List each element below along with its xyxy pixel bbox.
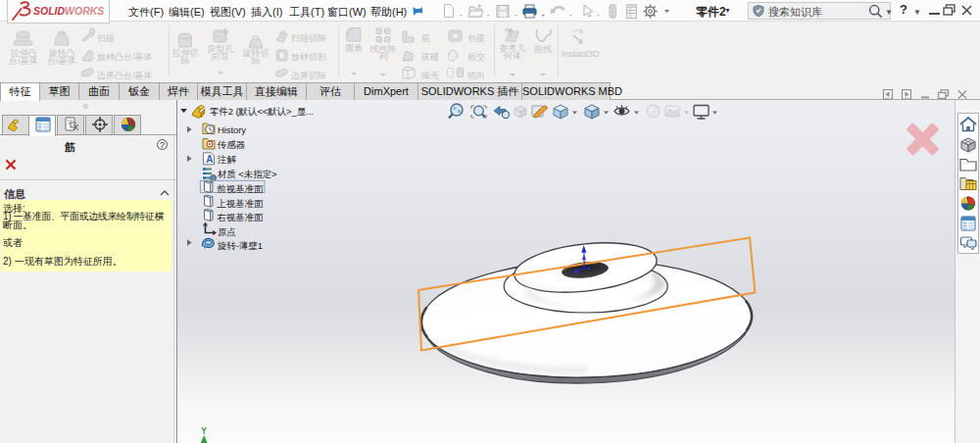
svg-text:A: A [206, 154, 213, 165]
svg-text:SOLIDWORKS: SOLIDWORKS [33, 5, 104, 17]
